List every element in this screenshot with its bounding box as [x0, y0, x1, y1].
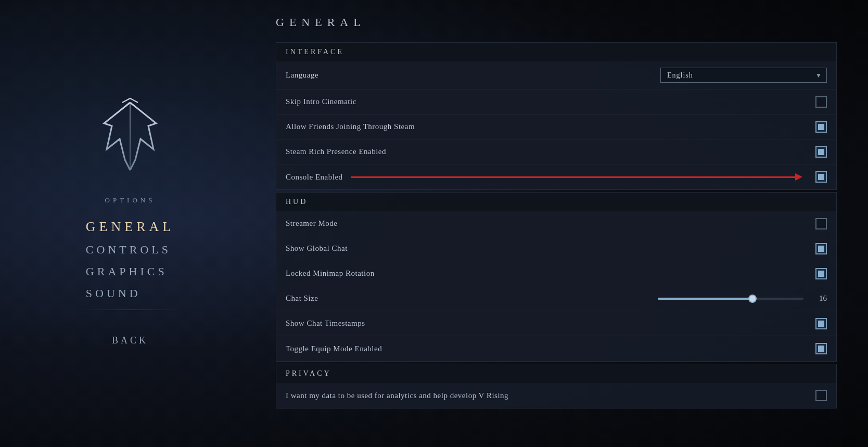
locked-minimap-row: Locked Minimap Rotation	[276, 261, 836, 286]
locked-minimap-control	[815, 268, 827, 279]
arrow-annotation	[351, 173, 802, 181]
sidebar-item-general[interactable]: GENERAL	[86, 215, 174, 239]
show-global-chat-label: Show Global Chat	[286, 244, 348, 253]
skip-intro-checkbox[interactable]	[815, 96, 827, 108]
streamer-mode-label: Streamer Mode	[286, 219, 337, 228]
chat-size-control: 16	[658, 294, 827, 303]
language-row: Language English ▼	[276, 61, 836, 90]
locked-minimap-checkbox[interactable]	[815, 268, 827, 279]
arrow-head-icon	[795, 173, 802, 181]
toggle-equip-row: Toggle Equip Mode Enabled	[276, 336, 836, 361]
show-global-chat-control	[815, 243, 827, 254]
allow-friends-label: Allow Friends Joining Through Steam	[286, 122, 415, 131]
locked-minimap-label: Locked Minimap Rotation	[286, 269, 375, 278]
console-enabled-label: Console Enabled	[286, 173, 343, 182]
show-timestamps-checkbox[interactable]	[815, 318, 827, 329]
back-button[interactable]: BACK	[112, 331, 148, 350]
skip-intro-row: Skip Intro Cinematic	[276, 90, 836, 114]
language-dropdown-wrapper: English ▼	[660, 68, 827, 83]
show-timestamps-row: Show Chat Timestamps	[276, 311, 836, 336]
privacy-section: PRIVACY I want my data to be used for an…	[276, 364, 837, 408]
streamer-mode-control	[815, 218, 827, 229]
interface-section: INTERFACE Language English ▼ Skip Intro …	[276, 42, 837, 190]
streamer-mode-checkbox[interactable]	[815, 218, 827, 229]
toggle-equip-checkbox[interactable]	[815, 343, 827, 354]
language-label: Language	[286, 71, 318, 80]
language-control: English ▼	[660, 68, 827, 83]
console-enabled-control	[343, 171, 827, 183]
chat-size-label: Chat Size	[286, 294, 318, 303]
sidebar-item-controls[interactable]: CONTROLS	[86, 239, 174, 261]
nav-divider	[78, 310, 182, 310]
analytics-checkbox[interactable]	[815, 390, 827, 401]
show-global-chat-checkbox[interactable]	[815, 243, 827, 254]
interface-header: INTERFACE	[276, 43, 836, 61]
options-label: OPTIONS	[105, 196, 156, 205]
steam-rich-checkbox[interactable]	[815, 146, 827, 158]
language-dropdown[interactable]: English	[660, 68, 827, 83]
skip-intro-control	[815, 96, 827, 108]
privacy-header: PRIVACY	[276, 364, 836, 383]
skip-intro-label: Skip Intro Cinematic	[286, 97, 356, 106]
sidebar-item-graphics[interactable]: GRAPHICS	[86, 261, 174, 283]
analytics-control	[815, 390, 827, 401]
steam-rich-row: Steam Rich Presence Enabled	[276, 139, 836, 164]
allow-friends-checkbox[interactable]	[815, 121, 827, 133]
hud-section: HUD Streamer Mode Show Global Chat Locke…	[276, 192, 837, 362]
main-content: GENERAL INTERFACE Language English ▼ Ski…	[260, 0, 868, 447]
chat-size-slider-thumb[interactable]	[748, 295, 757, 303]
show-timestamps-label: Show Chat Timestamps	[286, 319, 365, 328]
steam-rich-label: Steam Rich Presence Enabled	[286, 147, 386, 156]
show-timestamps-control	[815, 318, 827, 329]
chat-size-value: 16	[811, 294, 827, 303]
chat-size-row: Chat Size 16	[276, 286, 836, 311]
analytics-row: I want my data to be used for analytics …	[276, 383, 836, 408]
nav-menu: GENERAL CONTROLS GRAPHICS SOUND	[86, 215, 174, 304]
show-global-chat-row: Show Global Chat	[276, 236, 836, 261]
analytics-label: I want my data to be used for analytics …	[286, 391, 508, 400]
chat-size-slider-track	[658, 298, 803, 300]
steam-rich-control	[815, 146, 827, 158]
streamer-mode-row: Streamer Mode	[276, 211, 836, 236]
page-title: GENERAL	[276, 16, 837, 29]
chat-size-slider-fill	[658, 298, 752, 300]
game-logo	[99, 97, 161, 181]
sidebar: OPTIONS GENERAL CONTROLS GRAPHICS SOUND …	[0, 0, 260, 447]
console-enabled-row: Console Enabled	[276, 164, 836, 189]
hud-header: HUD	[276, 193, 836, 211]
allow-friends-control	[815, 121, 827, 133]
allow-friends-row: Allow Friends Joining Through Steam	[276, 114, 836, 139]
arrow-line	[351, 176, 795, 178]
toggle-equip-control	[815, 343, 827, 354]
sidebar-item-sound[interactable]: SOUND	[86, 283, 174, 304]
toggle-equip-label: Toggle Equip Mode Enabled	[286, 344, 382, 353]
console-enabled-checkbox[interactable]	[815, 171, 827, 183]
